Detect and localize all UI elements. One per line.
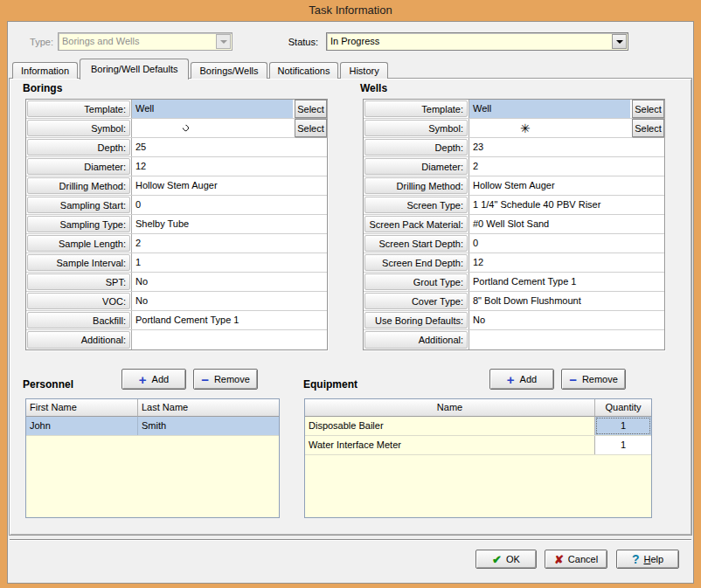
wells-field-value[interactable]: Hollow Stem Auger [468, 176, 664, 195]
borings-field-label: Sample Interval: [27, 254, 130, 271]
help-button[interactable]: ? Help [616, 550, 679, 569]
wells-field-value[interactable]: No [468, 311, 664, 329]
borings-field-label: Backfill: [27, 312, 130, 329]
wells-field-value[interactable]: 2 [468, 157, 664, 176]
wells-field-value[interactable]: 23 [468, 138, 664, 156]
borings-field-value[interactable]: 1 [131, 253, 327, 272]
wells-row: Screen Start Depth:0 [364, 234, 664, 253]
wells-field-value[interactable]: 0 [468, 234, 664, 252]
wells-row: Screen Pack Material:#0 Well Slot Sand [364, 215, 664, 234]
equipment-quantity-cell[interactable]: 1 [595, 436, 651, 454]
personnel-remove-button[interactable]: − Remove [193, 369, 258, 390]
borings-symbol-select-button[interactable]: Select [295, 119, 327, 137]
well-symbol-icon: ✳ [520, 120, 531, 137]
task-information-dialog: Type: Borings and Wells Status: In Progr… [7, 21, 694, 584]
wells-field-value[interactable]: Well [468, 100, 630, 118]
wells-field-label: Drilling Method: [364, 177, 468, 194]
wells-field-label: Cover Type: [364, 293, 468, 309]
wells-field-label: Depth: [364, 139, 468, 156]
borings-field-label: Template: [27, 100, 130, 117]
borings-field-label: Sampling Start: [27, 197, 130, 213]
borings-field-value[interactable]: 2 [131, 234, 327, 252]
wells-field-value[interactable]: ✳ [468, 119, 630, 137]
plus-icon: + [507, 373, 515, 386]
borings-field-value[interactable]: No [131, 273, 327, 291]
borings-field-value[interactable]: 12 [131, 157, 327, 176]
tab-history[interactable]: History [340, 62, 387, 79]
wells-field-label: Screen End Depth: [364, 254, 468, 271]
help-label: Help [643, 554, 663, 564]
wells-field-value[interactable]: Portland Cement Type 1 [468, 273, 664, 291]
window-title: Task Information [0, 0, 701, 21]
personnel-col-last-name: Last Name [138, 399, 279, 417]
borings-field-value[interactable]: Portland Cement Type 1 [131, 311, 327, 329]
equipment-quantity-cell[interactable]: 1 [595, 417, 651, 435]
tab-boring-well-defaults[interactable]: Boring/Well Defaults [80, 59, 189, 80]
ok-button[interactable]: ✔ OK [475, 550, 537, 569]
wells-field-label: Template: [364, 100, 468, 117]
type-value: Borings and Wells [62, 35, 139, 48]
wells-row: Screen End Depth:12 [364, 253, 664, 273]
borings-field-label: Sampling Type: [27, 216, 130, 232]
borings-field-value[interactable]: Shelby Tube [131, 215, 327, 233]
personnel-first-name-cell[interactable]: John [26, 417, 138, 435]
tab-borings-wells[interactable]: Borings/Wells [191, 62, 267, 79]
borings-row: Backfill:Portland Cement Type 1 [26, 311, 327, 330]
wells-row: Template:WellSelect [364, 100, 664, 119]
borings-field-label: VOC: [27, 293, 130, 309]
equipment-add-button[interactable]: + Add [489, 369, 554, 390]
wells-field-value[interactable]: 8" Bolt Down Flushmount [468, 292, 664, 310]
equipment-row[interactable]: Water Interface Meter1 [305, 436, 651, 455]
equipment-header-row: NameQuantity [305, 399, 651, 417]
wells-field-value[interactable] [468, 330, 664, 349]
borings-row: Sample Interval:1 [26, 253, 327, 273]
personnel-last-name-cell[interactable]: Smith [138, 417, 279, 435]
borings-row: Symbol:Select [26, 119, 327, 138]
status-dropdown-button[interactable] [612, 34, 627, 49]
borings-row: Depth:25 [26, 138, 327, 157]
wells-field-label: Diameter: [364, 158, 468, 175]
type-dropdown: Borings and Wells [58, 32, 233, 51]
tab-information[interactable]: Information [12, 62, 78, 79]
type-label: Type: [18, 36, 53, 48]
borings-field-value[interactable] [131, 119, 293, 137]
equipment-name-cell[interactable]: Disposable Bailer [305, 417, 595, 435]
minus-icon: − [569, 373, 577, 386]
borings-field-value[interactable]: No [131, 292, 327, 310]
wells-row: Use Boring Defaults:No [364, 311, 664, 330]
wells-field-value[interactable]: #0 Well Slot Sand [468, 215, 664, 233]
borings-field-label: Depth: [27, 139, 130, 156]
equipment-name-cell[interactable]: Water Interface Meter [305, 436, 595, 454]
borings-field-label: Symbol: [27, 120, 130, 136]
cancel-button[interactable]: ✘ Cancel [545, 550, 607, 569]
chevron-down-icon [616, 40, 623, 44]
personnel-add-button[interactable]: + Add [121, 369, 186, 390]
borings-field-label: Additional: [27, 331, 130, 349]
wells-field-value[interactable]: 12 [468, 253, 664, 272]
wells-symbol-select-button[interactable]: Select [632, 119, 664, 137]
personnel-table: First NameLast NameJohnSmith [25, 398, 280, 518]
borings-field-value[interactable]: 0 [131, 196, 327, 214]
equipment-col-quantity: Quantity [595, 399, 651, 417]
borings-template-select-button[interactable]: Select [295, 100, 327, 118]
equipment-row[interactable]: Disposable Bailer1 [305, 417, 651, 436]
borings-field-value[interactable]: Hollow Stem Auger [131, 176, 327, 195]
wells-field-value[interactable]: 1 1/4" Schedule 40 PBV Riser [468, 196, 664, 214]
borings-field-value[interactable] [131, 330, 327, 349]
tab-notifications[interactable]: Notifications [269, 62, 339, 79]
personnel-col-first-name: First Name [26, 399, 138, 417]
wells-field-label: Screen Pack Material: [364, 216, 468, 232]
boring-symbol-icon [182, 124, 191, 133]
borings-row: Sample Length:2 [26, 234, 327, 253]
borings-table: Template:WellSelectSymbol:SelectDepth:25… [25, 99, 328, 350]
borings-row: Template:WellSelect [26, 100, 327, 119]
wells-field-label: Additional: [364, 331, 468, 349]
status-dropdown[interactable]: In Progress [326, 32, 628, 51]
wells-template-select-button[interactable]: Select [632, 100, 664, 118]
personnel-row[interactable]: JohnSmith [26, 417, 279, 436]
borings-field-value[interactable]: Well [131, 100, 293, 118]
equipment-table: NameQuantityDisposable Bailer1Water Inte… [304, 398, 652, 518]
borings-field-value[interactable]: 25 [131, 138, 327, 156]
equipment-remove-button[interactable]: − Remove [561, 369, 626, 390]
borings-section-title: Borings [23, 82, 62, 94]
